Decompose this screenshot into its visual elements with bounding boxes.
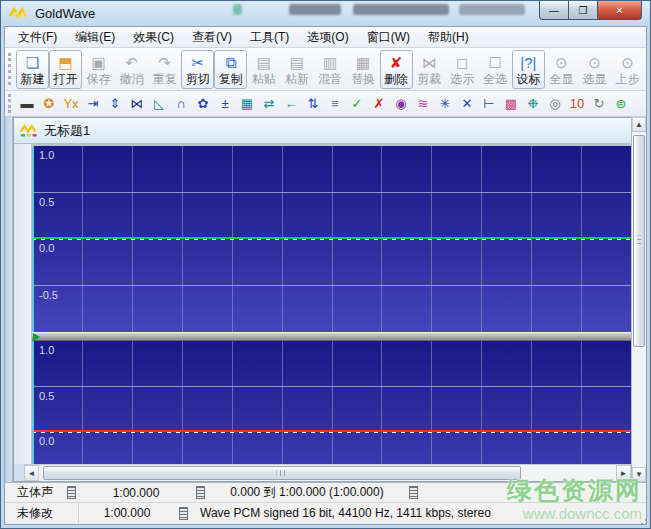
menu-item-edit[interactable]: 编辑(E) xyxy=(66,27,124,48)
selection-start-marker[interactable] xyxy=(32,146,34,332)
amplitude-label: 0.0 xyxy=(39,435,54,447)
menu-item-view[interactable]: 查看(V) xyxy=(183,27,241,48)
doppler-icon[interactable]: ✪ xyxy=(38,93,60,115)
playlist-icon[interactable]: ▦ xyxy=(236,93,258,115)
open-button[interactable]: ⬒打开 xyxy=(49,50,82,89)
invert-icon[interactable]: ∩ xyxy=(170,93,192,115)
horizontal-scroll-thumb[interactable] xyxy=(43,466,521,480)
amplitude-label: 0.0 xyxy=(39,242,54,254)
toolbar-gripper[interactable] xyxy=(8,94,13,112)
select-view-icon: ◻ xyxy=(456,53,468,72)
time-gridline xyxy=(232,341,233,464)
toolbar-button-label: 剪切 xyxy=(186,72,210,86)
knob-speed-icon[interactable]: 10 xyxy=(566,93,588,115)
selection-start-marker[interactable] xyxy=(32,341,34,464)
time-gridline xyxy=(332,341,333,464)
control-properties-icon[interactable]: ▬ xyxy=(16,93,38,115)
delete-icon: ✘ xyxy=(390,53,403,72)
amplitude-gridline xyxy=(32,386,631,387)
status-grip-icon xyxy=(196,486,205,499)
toolbar-button-label: 全显 xyxy=(549,72,573,86)
knob-plain-icon[interactable]: ◎ xyxy=(544,93,566,115)
menu-item-options[interactable]: 选项(O) xyxy=(298,27,357,48)
equalizer-icon[interactable]: ≡ xyxy=(324,93,346,115)
knob-level-icon[interactable]: ⊜ xyxy=(610,93,632,115)
left-channel-display[interactable]: 1.00.50.0-0.5 xyxy=(32,146,631,332)
menu-item-window[interactable]: 窗口(W) xyxy=(358,27,419,48)
trim-button: ⋈剪裁 xyxy=(413,50,446,89)
volume-shape-icon[interactable]: ⇅ xyxy=(302,93,324,115)
time-gridline xyxy=(282,341,283,464)
document-title-bar[interactable]: 无标题1 xyxy=(14,118,631,144)
back-icon[interactable]: ← xyxy=(280,93,302,115)
status-grip-icon xyxy=(409,486,418,499)
goldwave-logo-icon xyxy=(9,6,29,21)
fade-icon[interactable]: ◺ xyxy=(148,93,170,115)
scroll-up-arrow[interactable]: ▲ xyxy=(632,117,646,132)
status-format-info: Wave PCM signed 16 bit, 44100 Hz, 1411 k… xyxy=(192,503,646,523)
vertical-scroll-track[interactable] xyxy=(632,132,646,467)
menu-item-tool[interactable]: 工具(T) xyxy=(241,27,298,48)
skip-to-end-icon[interactable]: ⇥ xyxy=(82,93,104,115)
resize-grip[interactable] xyxy=(638,516,648,526)
reverse-icon[interactable]: ⇄ xyxy=(258,93,280,115)
maximize-button[interactable]: ❐ xyxy=(568,1,597,20)
noise-gate-icon[interactable]: ✗ xyxy=(368,93,390,115)
goldwave-window: GoldWave —❐✕ 文件(F)编辑(E)效果(C)查看(V)工具(T)选项… xyxy=(0,0,651,529)
horizontal-scroll-track[interactable] xyxy=(39,465,616,481)
time-gridline xyxy=(581,341,582,464)
pitch-icon[interactable]: ± xyxy=(214,93,236,115)
scroll-down-arrow[interactable]: ▼ xyxy=(632,467,646,482)
visual-eye-icon[interactable]: ◉ xyxy=(390,93,412,115)
expander-icon[interactable]: ⇕ xyxy=(104,93,126,115)
mechanize-icon[interactable]: ✿ xyxy=(192,93,214,115)
horizontal-scrollbar: ◄ ► xyxy=(24,464,631,481)
zoom-selection-button: ⊙选显 xyxy=(578,50,611,89)
smoother-icon[interactable]: ✕ xyxy=(456,93,478,115)
time-gridline xyxy=(431,341,432,464)
set-marker-button[interactable]: |?|设标 xyxy=(512,50,545,89)
mix-button: ▥混音 xyxy=(313,50,346,89)
vertical-scrollbar: ▲ ▼ xyxy=(631,117,646,482)
amplitude-gridline xyxy=(32,192,631,193)
copy-icon: ⧉ xyxy=(225,53,236,72)
channel-splitter[interactable] xyxy=(32,332,631,341)
toolbar-gripper[interactable] xyxy=(8,53,13,85)
main-toolbar: ❏新建⬒打开▣保存↶撤消↷重复✂剪切⧉复制▤粘贴▤粘新▥混音▦替换✘删除⋈剪裁◻… xyxy=(5,48,646,91)
right-channel-display[interactable]: 1.00.50.0 xyxy=(32,341,631,464)
menu-item-effect[interactable]: 效果(C) xyxy=(124,27,183,48)
toolbar-button-label: 全选 xyxy=(483,72,507,86)
noise-reduction-icon[interactable]: ✳ xyxy=(434,93,456,115)
paste-new-button: ▤粘新 xyxy=(280,50,313,89)
mixer-sliders-icon[interactable]: ≋ xyxy=(412,93,434,115)
menu-item-file[interactable]: 文件(F) xyxy=(9,27,66,48)
expression-evaluator-icon[interactable]: Yx xyxy=(60,93,82,115)
new-button[interactable]: ❏新建 xyxy=(16,50,49,89)
delete-button[interactable]: ✘删除 xyxy=(380,50,413,89)
new-icon: ❏ xyxy=(26,53,39,72)
time-gridline xyxy=(182,341,183,464)
select-all-icon: ☐ xyxy=(489,53,502,72)
knob-rotate-icon[interactable]: ↻ xyxy=(588,93,610,115)
close-button[interactable]: ✕ xyxy=(597,1,642,20)
scroll-right-arrow[interactable]: ► xyxy=(616,465,631,481)
toolbar-button-label: 混音 xyxy=(318,72,342,86)
client-area: 文件(F)编辑(E)效果(C)查看(V)工具(T)选项(O)窗口(W)帮助(H)… xyxy=(4,26,647,525)
dynamics-icon[interactable]: ⋈ xyxy=(126,93,148,115)
toolbar-button-label: 替换 xyxy=(351,72,375,86)
cut-button[interactable]: ✂剪切 xyxy=(181,50,214,89)
vertical-scroll-thumb[interactable] xyxy=(633,135,645,347)
channel-mixer-icon[interactable]: ✓ xyxy=(346,93,368,115)
document-window: 无标题1 1.00.50.0-0.5 1.00.50.0 ◄ xyxy=(13,117,631,482)
toolbar-button-label: 删除 xyxy=(384,72,408,86)
amplitude-label: 1.0 xyxy=(39,344,54,356)
menu-item-help[interactable]: 帮助(H) xyxy=(419,27,478,48)
spectrum-icon[interactable]: ▩ xyxy=(500,93,522,115)
splitter-arrow-icon xyxy=(33,333,40,341)
knob-sparkle-icon[interactable]: ❉ xyxy=(522,93,544,115)
filter-icon[interactable]: ⊢ xyxy=(478,93,500,115)
waveform-left-inset xyxy=(14,144,32,464)
minimize-button[interactable]: — xyxy=(539,1,568,20)
copy-button[interactable]: ⧉复制 xyxy=(214,50,247,89)
scroll-left-arrow[interactable]: ◄ xyxy=(24,465,39,481)
